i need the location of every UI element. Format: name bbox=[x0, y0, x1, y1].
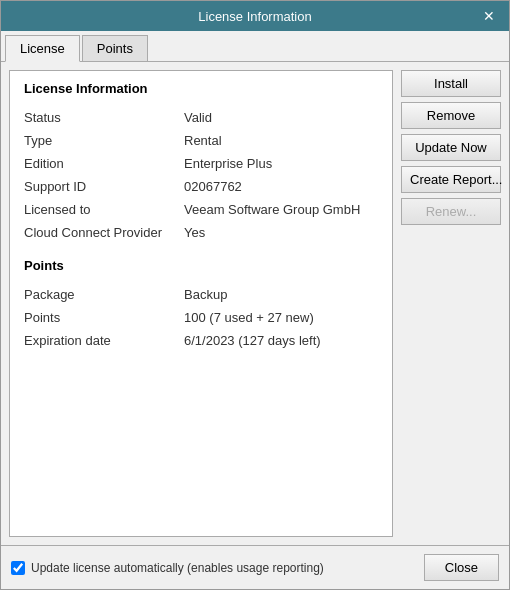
type-label: Type bbox=[24, 133, 184, 148]
package-row: Package Backup bbox=[24, 283, 378, 306]
expiration-date-row: Expiration date 6/1/2023 (127 days left) bbox=[24, 329, 378, 352]
renew-button[interactable]: Renew... bbox=[401, 198, 501, 225]
edition-label: Edition bbox=[24, 156, 184, 171]
type-row: Type Rental bbox=[24, 129, 378, 152]
footer-left: Update license automatically (enables us… bbox=[11, 561, 324, 575]
licensed-to-label: Licensed to bbox=[24, 202, 184, 217]
button-panel: Install Remove Update Now Create Report.… bbox=[401, 70, 501, 537]
update-now-button[interactable]: Update Now bbox=[401, 134, 501, 161]
install-button[interactable]: Install bbox=[401, 70, 501, 97]
cloud-connect-row: Cloud Connect Provider Yes bbox=[24, 221, 378, 244]
points-row: Points 100 (7 used + 27 new) bbox=[24, 306, 378, 329]
points-label: Points bbox=[24, 310, 184, 325]
package-label: Package bbox=[24, 287, 184, 302]
support-id-row: Support ID 02067762 bbox=[24, 175, 378, 198]
support-id-label: Support ID bbox=[24, 179, 184, 194]
info-panel: License Information Status Valid Type Re… bbox=[9, 70, 393, 537]
close-icon[interactable]: ✕ bbox=[479, 7, 499, 25]
edition-row: Edition Enterprise Plus bbox=[24, 152, 378, 175]
status-label: Status bbox=[24, 110, 184, 125]
points-value: 100 (7 used + 27 new) bbox=[184, 310, 314, 325]
points-section-title: Points bbox=[24, 258, 378, 273]
licensed-to-row: Licensed to Veeam Software Group GmbH bbox=[24, 198, 378, 221]
auto-update-checkbox[interactable] bbox=[11, 561, 25, 575]
cloud-connect-value: Yes bbox=[184, 225, 205, 240]
content-area: License Information Status Valid Type Re… bbox=[1, 62, 509, 545]
status-row: Status Valid bbox=[24, 106, 378, 129]
dialog-title: License Information bbox=[31, 9, 479, 24]
tab-points[interactable]: Points bbox=[82, 35, 148, 61]
expiration-date-value: 6/1/2023 (127 days left) bbox=[184, 333, 321, 348]
auto-update-label: Update license automatically (enables us… bbox=[31, 561, 324, 575]
tab-bar: License Points bbox=[1, 31, 509, 62]
license-information-dialog: License Information ✕ License Points Lic… bbox=[0, 0, 510, 590]
create-report-button[interactable]: Create Report... bbox=[401, 166, 501, 193]
remove-button[interactable]: Remove bbox=[401, 102, 501, 129]
title-bar: License Information ✕ bbox=[1, 1, 509, 31]
support-id-value: 02067762 bbox=[184, 179, 242, 194]
expiration-date-label: Expiration date bbox=[24, 333, 184, 348]
type-value: Rental bbox=[184, 133, 222, 148]
licensed-to-value: Veeam Software Group GmbH bbox=[184, 202, 360, 217]
status-value: Valid bbox=[184, 110, 212, 125]
package-value: Backup bbox=[184, 287, 227, 302]
edition-value: Enterprise Plus bbox=[184, 156, 272, 171]
cloud-connect-label: Cloud Connect Provider bbox=[24, 225, 184, 240]
footer: Update license automatically (enables us… bbox=[1, 545, 509, 589]
license-section-title: License Information bbox=[24, 81, 378, 96]
close-button[interactable]: Close bbox=[424, 554, 499, 581]
tab-license[interactable]: License bbox=[5, 35, 80, 62]
